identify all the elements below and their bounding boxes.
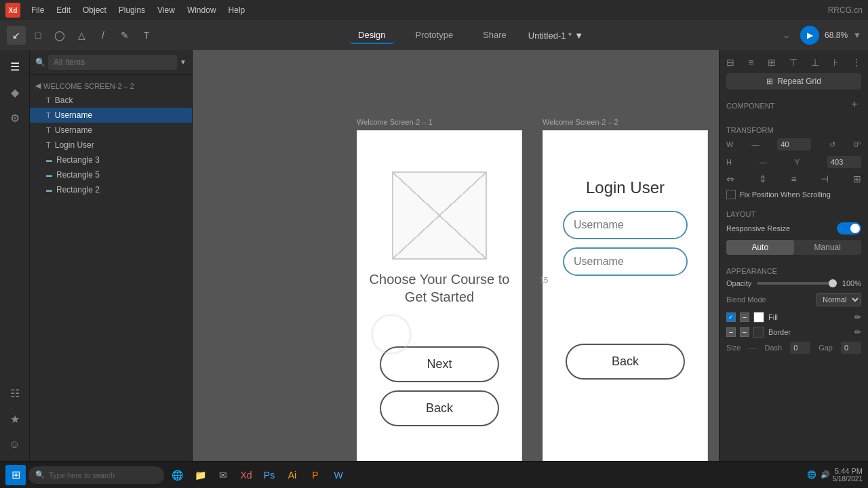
taskbar-ai-icon[interactable]: Ai	[282, 465, 302, 485]
taskbar-browser-icon[interactable]: 🌐	[167, 465, 187, 485]
dropdown-arrow-icon[interactable]: ▼	[180, 58, 186, 66]
taskbar-ps-icon[interactable]: Ps	[259, 465, 279, 485]
rotate-icon[interactable]: ↺	[829, 140, 835, 149]
menu-plugins[interactable]: Plugins	[113, 3, 151, 17]
align-row: ⊟ ≡ ⊞ ⊤ ⊥ ⊦ ⋮	[726, 57, 861, 68]
taskbar-ppt-icon[interactable]: P	[305, 465, 326, 485]
ui-kit-icon[interactable]: ☷	[3, 381, 27, 405]
toolbar-right: ⌵ ▶ 68.8% ▼	[777, 26, 861, 45]
menu-file[interactable]: File	[26, 3, 50, 17]
password-input[interactable]	[563, 247, 688, 276]
back-button-frame2[interactable]: Back	[566, 344, 685, 380]
opacity-label: Opacity	[726, 279, 751, 287]
menu-object[interactable]: Object	[77, 3, 112, 17]
border-color-swatch[interactable]	[753, 327, 764, 338]
zoom-display[interactable]: 68.8%	[825, 30, 848, 40]
layer-item-rect2[interactable]: ▬ Rectangle 2	[30, 182, 192, 197]
opacity-slider[interactable]	[757, 282, 837, 285]
pen-tool[interactable]: ✎	[115, 26, 134, 45]
taskbar-word-icon[interactable]: W	[328, 465, 349, 485]
menu-edit[interactable]: Edit	[51, 3, 76, 17]
dash-input[interactable]	[790, 342, 810, 354]
height-input[interactable]	[827, 156, 861, 168]
fill-color-swatch[interactable]	[753, 312, 764, 323]
back-button-frame1[interactable]: Back	[380, 390, 499, 426]
responsive-resize-row: Responsive Resize	[726, 222, 861, 235]
taskbar-xd-icon[interactable]: Xd	[236, 465, 256, 485]
menu-window[interactable]: Window	[182, 3, 222, 17]
border-row: Border ✏	[726, 327, 861, 338]
plugins-icon[interactable]: ⚙	[3, 106, 27, 130]
layer-item-login-user[interactable]: T Login User	[30, 138, 192, 152]
border-edit-icon[interactable]: ✏	[854, 327, 861, 337]
layer-item-back[interactable]: T Back	[30, 93, 192, 108]
align-middle-icon[interactable]: ⊥	[811, 57, 819, 68]
gap-input[interactable]	[841, 342, 861, 354]
border-size-row: Size — Dash Gap	[726, 342, 861, 354]
align-center-icon[interactable]: ≡	[748, 57, 753, 68]
app-logo: Xd	[5, 3, 20, 18]
layer-item-rect5[interactable]: ▬ Rectangle 5	[30, 167, 192, 182]
responsive-resize-toggle[interactable]	[837, 222, 861, 235]
menu-view[interactable]: View	[152, 3, 180, 17]
repeat-grid-button[interactable]: ⊞ Repeat Grid	[726, 73, 861, 89]
layer-item-username2[interactable]: T Username	[30, 123, 192, 138]
align-h-icon[interactable]: ≡	[791, 174, 796, 184]
mobile-preview-icon[interactable]: ⌵	[777, 26, 795, 44]
flip-v-icon[interactable]: ⇕	[759, 174, 767, 184]
user-icon[interactable]: ☺	[3, 432, 27, 457]
layer-item-rect3[interactable]: ▬ Rectangle 3	[30, 152, 192, 167]
auto-button[interactable]: Auto	[726, 240, 794, 255]
opacity-handle[interactable]	[829, 279, 837, 287]
add-component-button[interactable]: +	[848, 98, 861, 111]
course-text: Choose Your Course to Get Started	[357, 270, 521, 306]
align-right-icon[interactable]: ⊞	[768, 57, 776, 68]
select-tool[interactable]: ↙	[7, 26, 26, 45]
border-checkbox[interactable]	[726, 327, 736, 337]
align-left-icon[interactable]: ⊟	[726, 57, 734, 68]
start-button[interactable]: ⊞	[5, 465, 26, 485]
distribute-icon[interactable]: ⋮	[852, 57, 861, 68]
width-input[interactable]	[777, 138, 811, 150]
search-input[interactable]	[48, 55, 177, 70]
taskbar-mail-icon[interactable]: ✉	[213, 465, 233, 485]
manual-button[interactable]: Manual	[794, 240, 862, 255]
menu-help[interactable]: Help	[223, 3, 251, 17]
fill-edit-icon[interactable]: ✏	[854, 312, 861, 322]
fill-minus-icon[interactable]	[740, 312, 749, 322]
border-minus-icon[interactable]	[740, 327, 749, 337]
username-input[interactable]	[563, 211, 688, 239]
triangle-tool[interactable]: △	[72, 26, 91, 45]
ellipse-tool[interactable]: ◯	[50, 26, 69, 45]
plugin-marketplace-icon[interactable]: ★	[3, 407, 27, 431]
width-label: W	[726, 140, 733, 148]
tab-design[interactable]: Design	[350, 27, 393, 44]
layer-group-header[interactable]: ◀ WELCOME SCREEN-2 – 2	[30, 79, 192, 93]
tab-prototype[interactable]: Prototype	[408, 27, 462, 44]
grid2-icon[interactable]: ⊞	[853, 174, 861, 184]
play-button[interactable]: ▶	[800, 26, 819, 45]
taskbar-folder-icon[interactable]: 📁	[190, 465, 210, 485]
tab-share[interactable]: Share	[475, 27, 515, 44]
blend-mode-row: Blend Mode Normal	[726, 293, 861, 306]
text-tool[interactable]: T	[137, 26, 156, 45]
blend-mode-select[interactable]: Normal	[816, 293, 861, 306]
fill-checkbox[interactable]	[726, 312, 736, 322]
layer-item-username1[interactable]: T Username	[30, 108, 192, 123]
fix-position-checkbox[interactable]	[726, 190, 736, 199]
align-v-icon[interactable]: ⊣	[821, 174, 829, 184]
layers-icon[interactable]: ☰	[3, 54, 27, 79]
flip-h-icon[interactable]: ⇔	[726, 174, 734, 184]
align-top-icon[interactable]: ⊤	[789, 57, 797, 68]
assets-icon[interactable]: ◆	[3, 80, 27, 104]
chevron-left-icon: ◀	[35, 81, 41, 90]
line-tool[interactable]: /	[94, 26, 113, 45]
search-icon: 🔍	[35, 58, 45, 67]
opacity-value: 100%	[842, 279, 861, 287]
taskbar-search[interactable]: 🔍 Type here to search	[28, 466, 164, 484]
right-panel: ⊟ ≡ ⊞ ⊤ ⊥ ⊦ ⋮ ⊞ Repeat Grid COMPONENT + …	[719, 50, 868, 461]
rectangle-tool[interactable]: □	[28, 26, 47, 45]
layout-label: LAYOUT	[726, 210, 861, 218]
align-bottom-icon[interactable]: ⊦	[833, 57, 838, 68]
canvas-area[interactable]: Welcome Screen-2 – 1 Welcome Screen-2 – …	[193, 50, 719, 461]
